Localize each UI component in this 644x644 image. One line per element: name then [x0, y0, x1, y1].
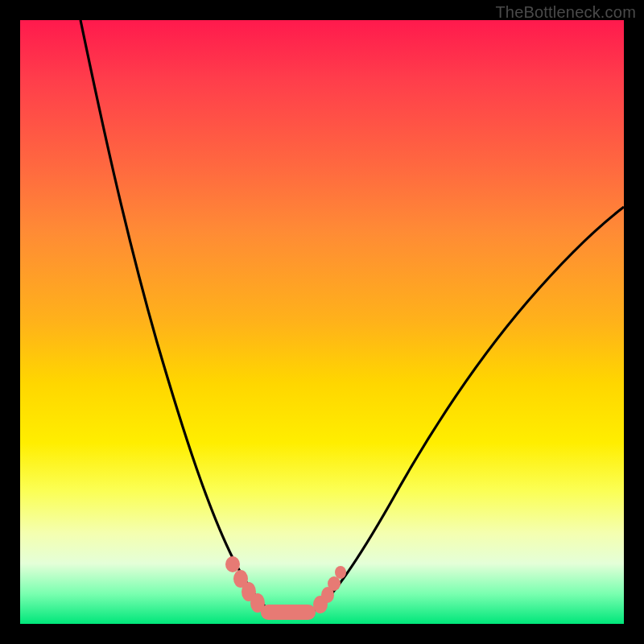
- watermark-text: TheBottleneck.com: [495, 3, 636, 22]
- bottleneck-curve: [20, 20, 624, 624]
- curve-right-branch: [316, 207, 624, 609]
- marker-lozenge: [261, 605, 316, 620]
- marker-group: [225, 556, 346, 620]
- marker-dot: [328, 576, 341, 591]
- chart-plot-area: [20, 20, 624, 624]
- marker-dot: [225, 556, 240, 572]
- curve-left-branch: [80, 20, 270, 610]
- marker-dot: [335, 566, 346, 579]
